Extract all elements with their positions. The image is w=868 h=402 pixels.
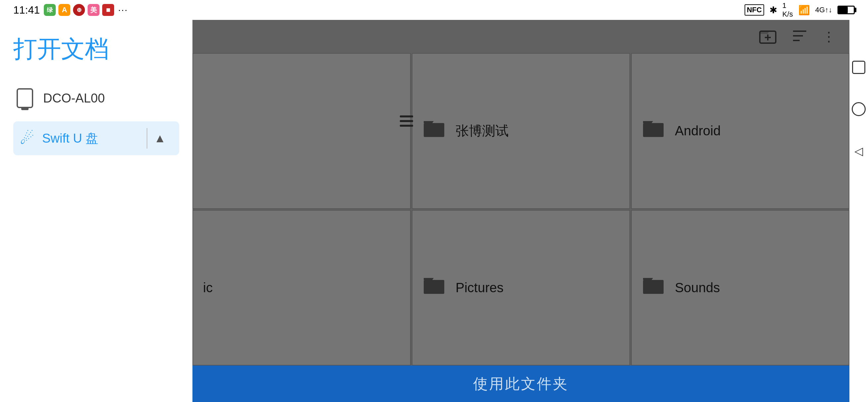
- folder-icon: [642, 118, 665, 143]
- list-view-icon[interactable]: [398, 113, 415, 132]
- svg-rect-11: [424, 280, 444, 294]
- app-icon-red: ■: [102, 4, 114, 16]
- right-nav-buttons: ◁: [849, 20, 868, 402]
- circle-icon: [852, 102, 866, 116]
- usb-item-left: ☄ Swift U 盘: [20, 129, 147, 148]
- device-item[interactable]: DCO-AL00: [13, 82, 179, 115]
- file-name-zhangbo: 张博测试: [456, 122, 509, 140]
- svg-rect-12: [643, 280, 663, 294]
- file-name-sounds: Sounds: [675, 280, 720, 295]
- usb-icon: ☄: [20, 129, 34, 148]
- file-cell-empty[interactable]: [192, 53, 411, 209]
- status-time: 11:41: [13, 4, 40, 16]
- file-cell-pictures[interactable]: Pictures: [412, 210, 630, 366]
- app-icon-green: 绿: [44, 4, 56, 16]
- battery-icon: [837, 6, 855, 14]
- usb-name: Swift U 盘: [42, 130, 98, 147]
- file-cell-android[interactable]: Android: [631, 53, 849, 209]
- svg-rect-10: [643, 123, 663, 137]
- sort-button[interactable]: [790, 27, 809, 47]
- nfc-icon: NFC: [745, 4, 764, 16]
- app-icon-orange: A: [58, 4, 70, 16]
- status-bar: 11:41 绿 A ⊕ 美 ■ ··· NFC ✱ 1K/s 📶 4G↑↓: [0, 0, 868, 20]
- device-name: DCO-AL00: [43, 91, 105, 105]
- use-folder-button[interactable]: 使用此文件夹: [473, 374, 569, 394]
- device-phone-icon: [17, 88, 33, 108]
- svg-rect-2: [400, 125, 413, 127]
- svg-rect-0: [400, 116, 413, 117]
- bluetooth-icon: ✱: [770, 5, 777, 16]
- file-browser-toolbar: ⋮: [192, 20, 849, 53]
- page-title: 打开文档: [13, 33, 179, 65]
- file-name-pictures: Pictures: [456, 280, 504, 295]
- wifi-icon: 📶: [798, 5, 810, 16]
- circle-button[interactable]: [851, 101, 866, 117]
- svg-rect-9: [424, 123, 444, 137]
- more-options-button[interactable]: ⋮: [822, 29, 836, 44]
- speed-indicator: 1K/s: [782, 1, 793, 19]
- file-name-android: Android: [675, 123, 721, 138]
- app-icon-red-circle: ⊕: [73, 4, 85, 16]
- bottom-bar[interactable]: 使用此文件夹: [192, 366, 849, 402]
- usb-item[interactable]: ☄ Swift U 盘 ▲: [13, 121, 179, 155]
- file-name-ic: ic: [203, 280, 213, 295]
- battery-fill: [838, 7, 848, 13]
- file-cell-ic[interactable]: ic: [192, 210, 411, 366]
- status-right: NFC ✱ 1K/s 📶 4G↑↓: [745, 1, 855, 19]
- left-panel: 打开文档 DCO-AL00 ☄ Swift U 盘 ▲: [0, 20, 192, 402]
- folder-icon: [423, 275, 445, 300]
- folder-icon: [423, 118, 445, 143]
- app-icon-pink: 美: [88, 4, 99, 16]
- file-cell-sounds[interactable]: Sounds: [631, 210, 849, 366]
- square-button[interactable]: [851, 60, 866, 75]
- back-icon: ◁: [855, 144, 863, 158]
- folder-icon: [642, 275, 665, 300]
- svg-rect-1: [400, 120, 413, 122]
- back-button[interactable]: ◁: [851, 143, 866, 159]
- add-folder-button[interactable]: [758, 27, 777, 47]
- status-left: 11:41 绿 A ⊕ 美 ■ ···: [13, 4, 128, 16]
- eject-button[interactable]: ▲: [147, 128, 173, 149]
- file-cell-zhangbo[interactable]: 张博测试: [412, 53, 630, 209]
- file-browser: ⋮ 张博测试 Android: [192, 20, 849, 402]
- square-icon: [852, 61, 865, 74]
- status-dots: ···: [118, 5, 128, 15]
- signal-4g: 4G↑↓: [815, 6, 832, 14]
- status-app-icons: 绿 A ⊕ 美 ■: [44, 4, 114, 16]
